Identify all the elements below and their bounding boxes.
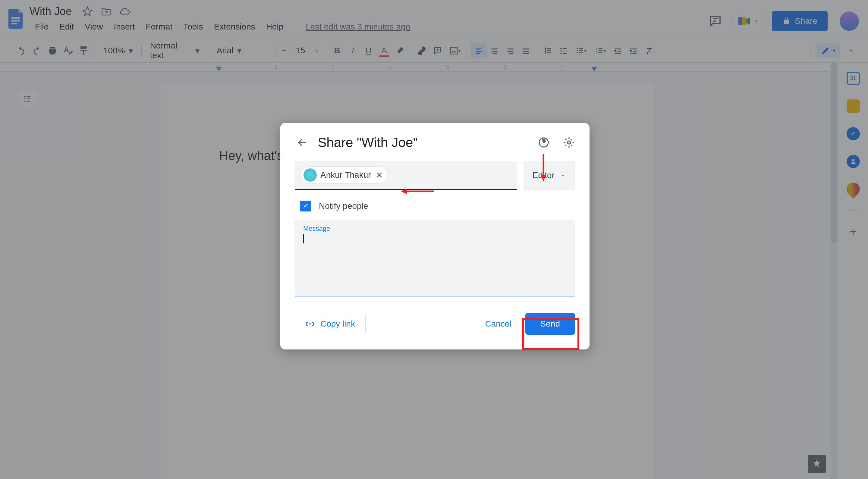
person-chip[interactable]: Ankur Thakur ✕ xyxy=(301,166,388,184)
copy-link-label: Copy link xyxy=(320,319,355,329)
check-icon xyxy=(302,202,310,210)
share-dialog: Share "With Joe" Ankur Thakur ✕ Editor N… xyxy=(280,123,590,349)
arrow-left-icon xyxy=(296,136,308,149)
share-dialog-title: Share "With Joe" xyxy=(318,135,538,150)
chevron-down-icon xyxy=(560,172,566,178)
notify-label: Notify people xyxy=(319,201,368,211)
chip-name-label: Ankur Thakur xyxy=(320,170,371,180)
link-icon xyxy=(305,319,314,328)
copy-link-button[interactable]: Copy link xyxy=(295,313,366,335)
cancel-button[interactable]: Cancel xyxy=(476,313,520,335)
svg-point-14 xyxy=(567,141,570,144)
send-button[interactable]: Send xyxy=(525,313,575,335)
message-field-label: Message xyxy=(303,225,567,232)
chip-remove-icon[interactable]: ✕ xyxy=(376,170,383,180)
text-cursor xyxy=(303,234,304,244)
people-input-field[interactable]: Ankur Thakur ✕ xyxy=(295,161,517,190)
role-select[interactable]: Editor xyxy=(524,161,575,190)
back-button[interactable] xyxy=(295,135,309,150)
notify-checkbox[interactable] xyxy=(300,201,311,212)
message-textarea[interactable]: Message xyxy=(295,220,575,296)
help-icon[interactable] xyxy=(538,136,550,149)
role-select-label: Editor xyxy=(532,170,555,180)
settings-icon[interactable] xyxy=(563,136,575,149)
chip-avatar-icon xyxy=(304,168,317,182)
